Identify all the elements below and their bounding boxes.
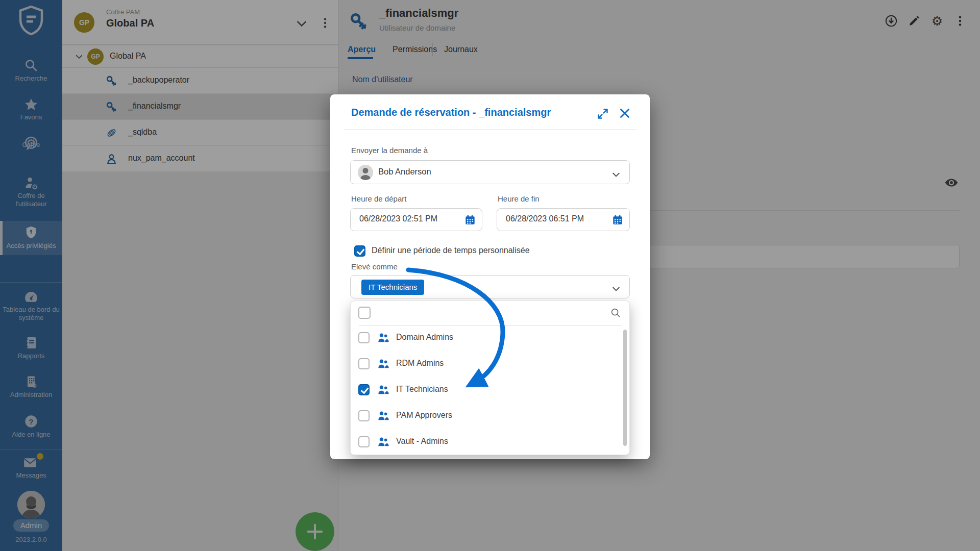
elevate-as-select[interactable]: IT Technicians <box>350 275 630 298</box>
dropdown-item-it-technicians[interactable]: IT Technicians <box>351 377 629 403</box>
custom-period-row: Définir une période de temps personnalis… <box>354 245 530 257</box>
item-checkbox[interactable] <box>358 358 370 369</box>
start-time-value: 06/28/2023 02:51 PM <box>359 214 437 223</box>
app-root: Recherche Favoris ⚙ Coffre ⚙ Coffre de l… <box>0 0 980 551</box>
item-checkbox[interactable] <box>358 332 370 343</box>
dropdown-item-pam-approvers[interactable]: PAM Approvers <box>351 403 629 429</box>
end-time-input[interactable]: 06/28/2023 06:51 PM <box>497 208 630 231</box>
group-icon <box>377 358 389 370</box>
selected-group-chip: IT Technicians <box>361 280 424 295</box>
close-icon[interactable] <box>618 107 631 120</box>
group-icon <box>377 436 389 448</box>
group-icon <box>377 332 389 344</box>
dropdown-item-domain-admins[interactable]: Domain Admins <box>351 325 629 351</box>
elevate-as-label: Elevé comme <box>351 262 398 271</box>
item-checkbox[interactable] <box>358 436 370 447</box>
group-icon <box>377 410 389 422</box>
end-time-value: 06/28/2023 06:51 PM <box>506 214 584 223</box>
custom-period-checkbox[interactable] <box>354 245 365 257</box>
expand-dialog-icon[interactable] <box>597 108 609 120</box>
dropdown-item-vault-admins[interactable]: Vault - Admins <box>351 429 629 455</box>
dropdown-header <box>351 301 629 325</box>
item-checkbox[interactable] <box>358 384 370 395</box>
start-time-label: Heure de départ <box>351 194 406 203</box>
dropdown-item-label: Vault - Admins <box>396 437 448 446</box>
approver-avatar <box>358 165 373 180</box>
end-time-label: Heure de fin <box>498 194 540 203</box>
dropdown-scrollbar-thumb[interactable] <box>623 330 627 446</box>
item-checkbox[interactable] <box>358 410 370 421</box>
modal-title: Demande de réservation - _financialsmgr <box>351 107 551 118</box>
dropdown-item-label: Domain Admins <box>396 333 453 342</box>
calendar-icon[interactable] <box>464 214 476 226</box>
approver-name: Bob Anderson <box>378 167 431 177</box>
approver-select[interactable]: Bob Anderson <box>350 160 630 184</box>
dropdown-item-label: IT Technicians <box>396 385 448 394</box>
dropdown-item-label: RDM Admins <box>396 359 444 368</box>
reservation-request-modal: Demande de réservation - _financialsmgr … <box>330 94 650 459</box>
group-multiselect-dropdown: Domain Admins RDM Admins IT Technicians … <box>350 300 630 455</box>
select-all-checkbox[interactable] <box>358 307 371 319</box>
calendar-icon[interactable] <box>612 214 623 226</box>
dropdown-item-rdm-admins[interactable]: RDM Admins <box>351 351 629 377</box>
chevron-down-icon <box>611 169 621 180</box>
group-icon <box>377 384 389 396</box>
custom-period-label: Définir une période de temps personnalis… <box>372 245 530 255</box>
search-icon[interactable] <box>610 307 621 318</box>
dropdown-item-label: PAM Approvers <box>396 411 452 420</box>
send-to-label: Envoyer la demande à <box>351 146 428 155</box>
modal-divider <box>344 129 636 130</box>
chevron-down-icon <box>611 284 621 294</box>
start-time-input[interactable]: 06/28/2023 02:51 PM <box>350 208 482 231</box>
